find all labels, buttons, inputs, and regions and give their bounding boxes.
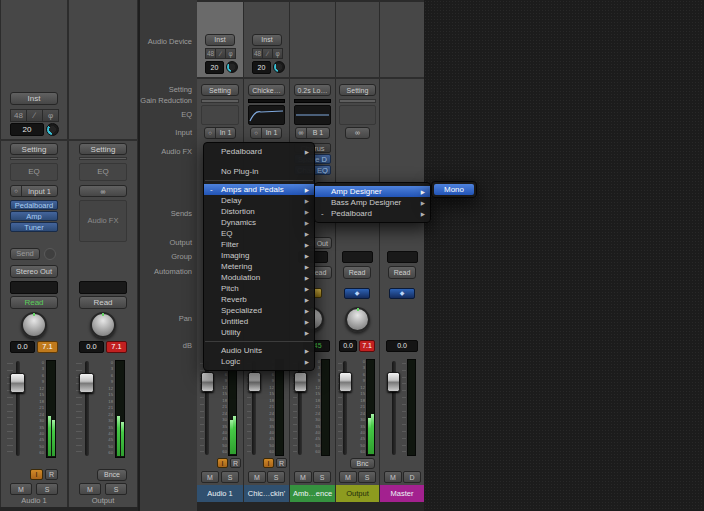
channel-name-plate[interactable]: Master bbox=[380, 485, 424, 502]
pan-knob[interactable] bbox=[21, 312, 47, 338]
fader-handle[interactable] bbox=[339, 372, 352, 392]
instrument-slot-button[interactable]: Inst bbox=[252, 34, 282, 46]
input-monitor-button[interactable]: I bbox=[263, 458, 274, 468]
automation-mode-button[interactable]: Read bbox=[79, 296, 127, 309]
fader-handle[interactable] bbox=[79, 373, 94, 393]
eq-thumbnail[interactable] bbox=[248, 105, 285, 125]
solo-button[interactable]: S bbox=[221, 471, 239, 483]
mute-button[interactable]: M bbox=[248, 471, 266, 483]
record-enable-button[interactable]: R bbox=[230, 458, 241, 468]
input-monitor-button[interactable]: I bbox=[30, 469, 43, 480]
eq-thumbnail[interactable] bbox=[201, 105, 239, 125]
record-enable-button[interactable]: R bbox=[276, 458, 287, 468]
input-gain-knob[interactable] bbox=[273, 61, 285, 73]
solo-button[interactable]: S bbox=[358, 471, 376, 483]
menu-item-audio-units[interactable]: Audio Units▶ bbox=[204, 345, 314, 356]
eq-thumbnail[interactable] bbox=[339, 105, 376, 125]
menu-item-modulation[interactable]: Modulation▶ bbox=[204, 272, 314, 283]
input-slot-button[interactable]: ○ In 1 bbox=[250, 127, 282, 139]
lowcut-icon[interactable]: ∕ bbox=[26, 109, 43, 122]
mute-button[interactable]: M bbox=[201, 471, 219, 483]
fx-slot-pedalboard[interactable]: Pedalboard bbox=[10, 200, 58, 210]
group-slot[interactable] bbox=[342, 251, 373, 263]
volume-value[interactable]: 0.0 bbox=[79, 341, 104, 353]
input-slot-button[interactable]: ○ In 1 bbox=[204, 127, 236, 139]
setting-button[interactable]: Chicke… bbox=[248, 84, 285, 96]
peak-value[interactable]: 7.1 bbox=[37, 341, 58, 353]
menu-item-pedalboard-sub[interactable]: -Pedalboard▶ bbox=[315, 208, 430, 219]
menu-item-filter[interactable]: Filter▶ bbox=[204, 239, 314, 250]
menu-item-mono[interactable]: Mono bbox=[434, 184, 474, 195]
fader-handle[interactable] bbox=[201, 372, 214, 392]
automation-mode-button[interactable]: Read bbox=[10, 296, 58, 309]
track-name[interactable]: Audio 1 bbox=[1, 496, 67, 505]
solo-button[interactable]: S bbox=[313, 471, 331, 483]
setting-button[interactable]: 0.2s Lo… bbox=[294, 84, 331, 96]
phase-icon[interactable]: φ bbox=[272, 48, 283, 59]
volume-value[interactable]: 0.0 bbox=[339, 340, 357, 352]
input-slot-button[interactable]: ○ Input 1 bbox=[10, 185, 58, 197]
automation-mode-button[interactable]: Read bbox=[343, 266, 371, 279]
fader-handle[interactable] bbox=[10, 373, 25, 393]
pan-knob[interactable] bbox=[345, 307, 370, 332]
solo-button[interactable]: S bbox=[267, 471, 285, 483]
setting-button[interactable]: Setting bbox=[201, 84, 239, 96]
send-knob-empty[interactable] bbox=[44, 248, 56, 260]
balance-slider[interactable]: ◆ bbox=[344, 288, 370, 299]
fader-handle[interactable] bbox=[248, 372, 261, 392]
dim-button[interactable]: D bbox=[403, 471, 421, 483]
group-slot[interactable] bbox=[10, 281, 58, 294]
input-gain-value[interactable]: 20 bbox=[205, 61, 224, 74]
menu-item-imaging[interactable]: Imaging▶ bbox=[204, 250, 314, 261]
volume-value[interactable]: 0.0 bbox=[386, 340, 418, 352]
menu-item-utility[interactable]: Utility▶ bbox=[204, 327, 314, 338]
input-gain-value[interactable]: 20 bbox=[10, 123, 44, 136]
eq-thumbnail[interactable]: EQ bbox=[79, 163, 127, 181]
menu-item-bass-amp-designer[interactable]: Bass Amp Designer▶ bbox=[315, 197, 430, 208]
menu-item-amps-and-pedals[interactable]: -Amps and Pedals▶ bbox=[204, 184, 314, 195]
eq-thumbnail[interactable]: EQ bbox=[10, 163, 58, 181]
instrument-slot-button[interactable]: Inst bbox=[205, 34, 235, 46]
group-slot[interactable] bbox=[79, 281, 127, 294]
menu-item-no-plug-in[interactable]: No Plug-in bbox=[204, 166, 314, 177]
input-slot-button[interactable]: ∞ bbox=[79, 185, 127, 197]
input-gain-knob[interactable] bbox=[46, 123, 59, 136]
menu-item-metering[interactable]: Metering▶ bbox=[204, 261, 314, 272]
instrument-slot-button[interactable]: Inst bbox=[10, 92, 58, 105]
phase-icon[interactable]: φ bbox=[42, 109, 59, 122]
input-slot-button[interactable]: ∞ B 1 bbox=[295, 127, 330, 139]
send-slot-button[interactable]: Send bbox=[10, 248, 40, 260]
input-monitor-button[interactable]: I bbox=[217, 458, 228, 468]
phase-icon[interactable]: φ bbox=[225, 48, 236, 59]
menu-item-amp-designer[interactable]: Amp Designer▶ bbox=[315, 186, 430, 197]
solo-button[interactable]: S bbox=[105, 483, 127, 495]
menu-item-pedalboard[interactable]: Pedalboard▶ bbox=[204, 146, 314, 157]
menu-item-untitled[interactable]: Untitled▶ bbox=[204, 316, 314, 327]
setting-button[interactable]: Setting bbox=[10, 143, 58, 155]
mute-button[interactable]: M bbox=[339, 471, 357, 483]
fx-slot-amp[interactable]: Amp bbox=[10, 211, 58, 221]
input-slot-button[interactable]: ∞ bbox=[345, 127, 370, 139]
group-slot[interactable] bbox=[387, 251, 418, 263]
record-enable-button[interactable]: R bbox=[45, 469, 58, 480]
setting-button[interactable]: Setting bbox=[339, 84, 376, 96]
input-gain-value[interactable]: 20 bbox=[252, 61, 271, 74]
input-gain-knob[interactable] bbox=[226, 61, 238, 73]
channel-name-plate[interactable]: Output bbox=[336, 485, 379, 502]
output-slot-button[interactable]: Stereo Out bbox=[10, 265, 58, 278]
eq-thumbnail[interactable] bbox=[294, 105, 331, 125]
mute-button[interactable]: M bbox=[79, 483, 101, 495]
setting-button[interactable]: Setting bbox=[79, 143, 127, 155]
fader-handle[interactable] bbox=[387, 372, 400, 392]
menu-item-reverb[interactable]: Reverb▶ bbox=[204, 294, 314, 305]
menu-item-distortion[interactable]: Distortion▶ bbox=[204, 206, 314, 217]
fx-slot-tuner[interactable]: Tuner bbox=[10, 222, 58, 232]
track-name[interactable]: Output bbox=[69, 496, 137, 505]
channel-name-plate[interactable]: Audio 1 bbox=[197, 485, 243, 502]
mute-button[interactable]: M bbox=[10, 483, 32, 495]
channel-name-plate[interactable]: Amb…ence bbox=[290, 485, 335, 502]
menu-item-specialized[interactable]: Specialized▶ bbox=[204, 305, 314, 316]
menu-item-pitch[interactable]: Pitch▶ bbox=[204, 283, 314, 294]
menu-item-eq[interactable]: EQ▶ bbox=[204, 228, 314, 239]
bounce-button[interactable]: Bnc bbox=[350, 458, 375, 469]
